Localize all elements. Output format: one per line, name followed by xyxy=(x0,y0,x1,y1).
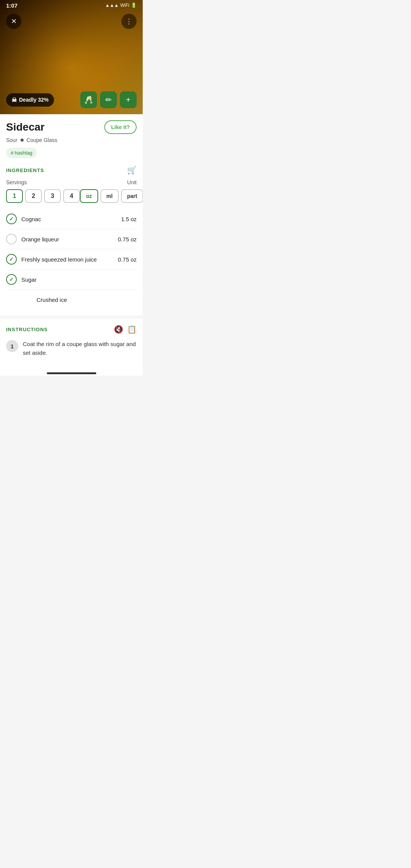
add-button[interactable]: + xyxy=(120,91,137,108)
serving-3-button[interactable]: 3 xyxy=(44,189,61,203)
check-sugar[interactable] xyxy=(6,274,17,285)
home-bar xyxy=(47,372,96,374)
unit-label: Unit xyxy=(127,179,137,185)
status-bar: 1:07 ▲▲▲ WiFi 🔋 xyxy=(0,0,143,11)
ingredient-name: Freshly squeezed lemon juice xyxy=(21,256,113,263)
servings-unit-row: Servings Unit xyxy=(6,179,137,185)
skull-icon: ☠ xyxy=(11,96,17,104)
instruction-text: Coat the rim of a coupe glass with sugar… xyxy=(23,340,137,357)
drink-content: Sidecar Like it? Sour Coupe Glass # hash… xyxy=(0,114,143,316)
ingredient-name: Crushed ice xyxy=(21,297,132,303)
ingredients-section: INGREDIENTS 🛒 Servings Unit 1 2 3 4 oz m… xyxy=(6,166,137,310)
drink-title: Sidecar xyxy=(6,121,45,133)
action-buttons-group: 🥂 ✏ + xyxy=(80,91,137,108)
table-row: Crushed ice xyxy=(6,290,137,310)
unit-buttons: oz ml part xyxy=(80,189,143,203)
glassware-label: Coupe Glass xyxy=(27,137,57,143)
like-button[interactable]: Like it? xyxy=(104,120,137,134)
time-display: 1:07 xyxy=(6,2,18,9)
deadly-badge: ☠ Deadly 32% xyxy=(6,93,54,107)
serving-2-button[interactable]: 2 xyxy=(25,189,42,203)
tags-row: Sour Coupe Glass xyxy=(6,137,137,143)
check-orange-liqueur[interactable] xyxy=(6,234,17,244)
cheers-icon: 🥂 xyxy=(84,95,94,104)
ingredients-title: INGREDIENTS xyxy=(6,168,44,173)
ingredient-amount: 1.5 oz xyxy=(121,216,137,222)
back-button[interactable]: ✕ xyxy=(6,14,21,29)
table-row: Cognac 1.5 oz xyxy=(6,209,137,229)
plus-icon: + xyxy=(126,96,131,104)
unit-ml-button[interactable]: ml xyxy=(100,189,119,203)
bottom-actions: ☠ Deadly 32% 🥂 ✏ + xyxy=(0,91,143,108)
nav-buttons: ✕ ⋮ xyxy=(0,14,143,29)
category-label: Sour xyxy=(6,137,18,143)
deadly-label: Deadly 32% xyxy=(19,97,49,103)
title-row: Sidecar Like it? xyxy=(6,120,137,134)
close-icon: ✕ xyxy=(11,17,17,26)
ingredient-amount: 0.75 oz xyxy=(118,236,137,243)
instructions-section: INSTRUCTIONS 🔇 📋 1 Coat the rim of a cou… xyxy=(0,319,143,369)
ingredient-name: Sugar xyxy=(21,276,132,283)
status-icons: ▲▲▲ WiFi 🔋 xyxy=(105,3,137,8)
table-row: Freshly squeezed lemon juice 0.75 oz xyxy=(6,249,137,270)
wifi-icon: WiFi xyxy=(120,3,129,8)
list-item: 1 Coat the rim of a coupe glass with sug… xyxy=(6,340,137,363)
hashtag-badge[interactable]: # hashtag xyxy=(6,148,37,158)
check-cognac[interactable] xyxy=(6,214,17,224)
home-indicator xyxy=(0,369,143,376)
instructions-actions: 🔇 📋 xyxy=(114,325,137,334)
unit-part-button[interactable]: part xyxy=(121,189,143,203)
edit-button[interactable]: ✏ xyxy=(100,91,117,108)
instructions-header: INSTRUCTIONS 🔇 📋 xyxy=(6,325,137,334)
servings-label: Servings xyxy=(6,179,27,185)
tag-separator xyxy=(21,139,24,142)
audio-icon[interactable]: 🔇 xyxy=(114,325,123,334)
ingredients-header: INGREDIENTS 🛒 xyxy=(6,166,137,175)
serving-1-button[interactable]: 1 xyxy=(6,189,23,203)
controls-row: 1 2 3 4 oz ml part xyxy=(6,189,137,203)
cheers-button[interactable]: 🥂 xyxy=(80,91,97,108)
step-number: 1 xyxy=(6,340,18,352)
instructions-title: INSTRUCTIONS xyxy=(6,327,48,332)
hero-image: 1:07 ▲▲▲ WiFi 🔋 ✕ ⋮ ☠ Deadly 32% 🥂 ✏ xyxy=(0,0,143,114)
ingredient-amount: 0.75 oz xyxy=(118,256,137,263)
table-row: Orange liqueur 0.75 oz xyxy=(6,229,137,249)
signal-icon: ▲▲▲ xyxy=(105,3,119,8)
servings-buttons: 1 2 3 4 xyxy=(6,189,80,203)
ingredient-name: Cognac xyxy=(21,216,116,222)
table-row: Sugar xyxy=(6,270,137,290)
cart-icon[interactable]: 🛒 xyxy=(127,166,137,175)
ingredient-name: Orange liqueur xyxy=(21,236,113,243)
more-button[interactable]: ⋮ xyxy=(121,14,137,29)
check-lemon-juice[interactable] xyxy=(6,254,17,265)
check-crushed-ice xyxy=(6,294,17,305)
more-icon: ⋮ xyxy=(126,17,132,26)
ingredient-list: Cognac 1.5 oz Orange liqueur 0.75 oz Fre… xyxy=(6,209,137,310)
clipboard-icon[interactable]: 📋 xyxy=(127,325,137,334)
edit-icon: ✏ xyxy=(105,95,112,104)
serving-4-button[interactable]: 4 xyxy=(63,189,80,203)
battery-icon: 🔋 xyxy=(131,3,137,8)
unit-oz-button[interactable]: oz xyxy=(80,189,98,203)
